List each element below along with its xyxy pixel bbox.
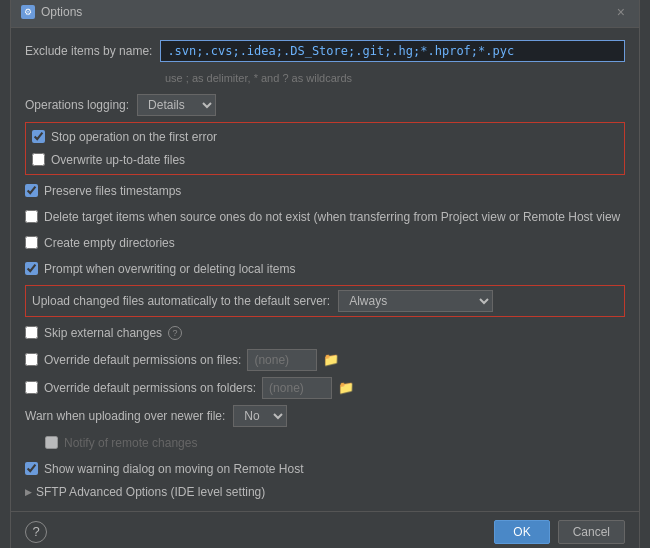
override-files-input[interactable] — [247, 349, 317, 371]
preserve-timestamps-label[interactable]: Preserve files timestamps — [44, 184, 181, 198]
exclude-label: Exclude items by name: — [25, 44, 152, 58]
delete-target-label[interactable]: Delete target items when source ones do … — [44, 210, 620, 224]
show-warning-row: Show warning dialog on moving on Remote … — [25, 459, 625, 479]
prompt-overwriting-checkbox[interactable] — [25, 262, 38, 275]
skip-external-checkbox[interactable] — [25, 326, 38, 339]
exclude-hint-row: use ; as delimiter, * and ? as wildcards — [25, 68, 625, 88]
notify-remote-label: Notify of remote changes — [64, 436, 197, 450]
delete-target-checkbox[interactable] — [25, 210, 38, 223]
notify-remote-row: Notify of remote changes — [25, 433, 625, 453]
sftp-label: SFTP Advanced Options (IDE level setting… — [36, 485, 265, 499]
dialog-title: Options — [41, 5, 82, 19]
dialog-icon: ⚙ — [21, 5, 35, 19]
warn-uploading-label: Warn when uploading over newer file: — [25, 409, 225, 423]
notify-remote-checkbox[interactable] — [45, 436, 58, 449]
overwrite-uptodate-row: Overwrite up-to-date files — [32, 150, 618, 170]
create-empty-dirs-row: Create empty directories — [25, 233, 625, 253]
override-files-folder-icon[interactable]: 📁 — [323, 352, 339, 367]
overwrite-uptodate-label[interactable]: Overwrite up-to-date files — [51, 153, 185, 167]
footer: ? OK Cancel — [11, 511, 639, 549]
skip-external-label[interactable]: Skip external changes — [44, 326, 162, 340]
upload-box: Upload changed files automatically to th… — [25, 285, 625, 317]
cancel-button[interactable]: Cancel — [558, 520, 625, 544]
override-files-checkbox[interactable] — [25, 353, 38, 366]
stop-error-row: Stop operation on the first error — [32, 127, 618, 147]
override-folders-checkbox[interactable] — [25, 381, 38, 394]
warn-uploading-row: Warn when uploading over newer file: No … — [25, 405, 625, 427]
title-bar-left: ⚙ Options — [21, 5, 82, 19]
upload-label: Upload changed files automatically to th… — [32, 294, 330, 308]
preserve-timestamps-checkbox[interactable] — [25, 184, 38, 197]
show-warning-checkbox[interactable] — [25, 462, 38, 475]
exclude-hint: use ; as delimiter, * and ? as wildcards — [25, 72, 352, 84]
ok-button[interactable]: OK — [494, 520, 549, 544]
help-button[interactable]: ? — [25, 521, 47, 543]
overwrite-uptodate-checkbox[interactable] — [32, 153, 45, 166]
override-files-permissions-row: Override default permissions on files: 📁 — [25, 349, 625, 371]
stop-error-label[interactable]: Stop operation on the first error — [51, 130, 217, 144]
operations-logging-select[interactable]: Details Info Warning Nothing — [137, 94, 216, 116]
override-files-label[interactable]: Override default permissions on files: — [44, 353, 241, 367]
error-overwrite-box: Stop operation on the first error Overwr… — [25, 122, 625, 175]
override-folders-permissions-row: Override default permissions on folders:… — [25, 377, 625, 399]
warn-uploading-select[interactable]: No Yes — [233, 405, 287, 427]
content-area: Exclude items by name: use ; as delimite… — [11, 28, 639, 511]
delete-target-row: Delete target items when source ones do … — [25, 207, 625, 227]
footer-buttons: OK Cancel — [494, 520, 625, 544]
stop-error-checkbox[interactable] — [32, 130, 45, 143]
sftp-triangle-icon: ▶ — [25, 487, 32, 497]
override-folders-folder-icon[interactable]: 📁 — [338, 380, 354, 395]
close-button[interactable]: × — [613, 3, 629, 21]
show-warning-label[interactable]: Show warning dialog on moving on Remote … — [44, 462, 303, 476]
prompt-overwriting-label[interactable]: Prompt when overwriting or deleting loca… — [44, 262, 295, 276]
skip-external-help-icon[interactable]: ? — [168, 326, 182, 340]
exclude-input[interactable] — [160, 40, 625, 62]
override-folders-input[interactable] — [262, 377, 332, 399]
upload-select[interactable]: Always Never On explicit save action — [338, 290, 493, 312]
prompt-overwriting-row: Prompt when overwriting or deleting loca… — [25, 259, 625, 279]
override-folders-label[interactable]: Override default permissions on folders: — [44, 381, 256, 395]
sftp-header[interactable]: ▶ SFTP Advanced Options (IDE level setti… — [25, 485, 625, 499]
operations-logging-row: Operations logging: Details Info Warning… — [25, 94, 625, 116]
options-dialog: ⚙ Options × Exclude items by name: use ;… — [10, 0, 640, 548]
create-empty-dirs-label[interactable]: Create empty directories — [44, 236, 175, 250]
exclude-row: Exclude items by name: — [25, 40, 625, 62]
operations-logging-label: Operations logging: — [25, 98, 129, 112]
title-bar: ⚙ Options × — [11, 0, 639, 28]
skip-external-row: Skip external changes ? — [25, 323, 625, 343]
create-empty-dirs-checkbox[interactable] — [25, 236, 38, 249]
preserve-timestamps-row: Preserve files timestamps — [25, 181, 625, 201]
